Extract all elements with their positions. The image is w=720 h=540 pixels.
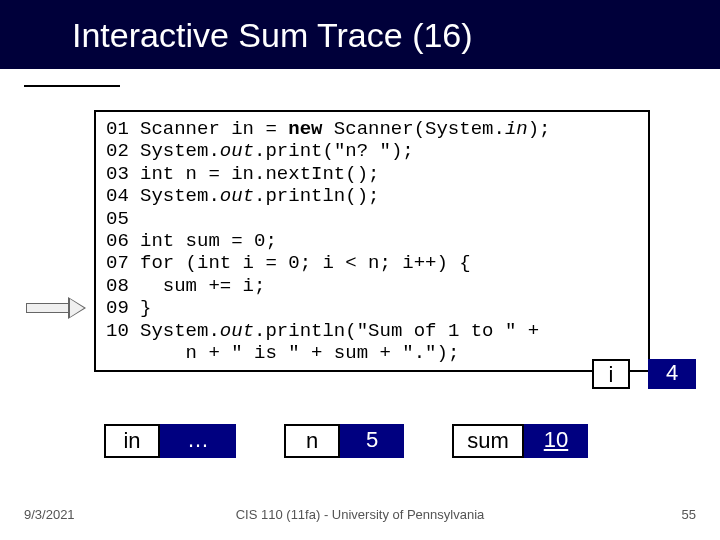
footer-course: CIS 110 (11fa) - University of Pennsylva…	[0, 507, 720, 522]
footer-page-number: 55	[682, 507, 696, 522]
slide-title: Interactive Sum Trace (16)	[0, 0, 720, 69]
variable-row: in … n 5 sum 10	[104, 424, 696, 460]
var-n-value: 5	[340, 424, 404, 458]
var-i-label: i	[592, 359, 630, 389]
var-in-value: …	[160, 424, 236, 458]
var-n-label: n	[284, 424, 340, 458]
current-line-arrow-icon	[26, 298, 86, 318]
var-i-value: 4	[648, 359, 696, 389]
code-listing: 01Scanner in = new Scanner(System.in); 0…	[94, 110, 650, 372]
title-underline	[24, 85, 120, 87]
var-sum-label: sum	[452, 424, 524, 458]
var-sum-value: 10	[524, 424, 588, 458]
var-in-label: in	[104, 424, 160, 458]
